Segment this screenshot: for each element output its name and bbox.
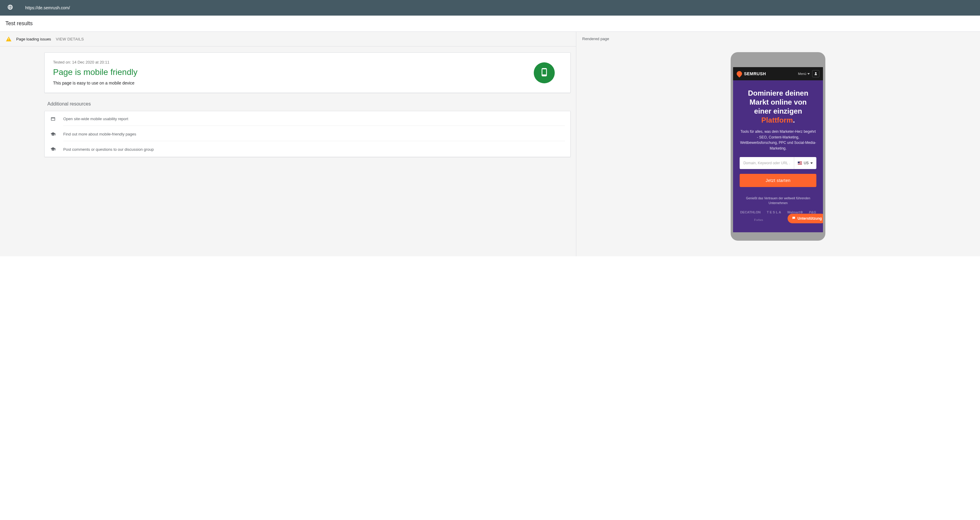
globe-icon: [7, 4, 13, 11]
smartphone-icon: [540, 68, 549, 78]
loading-issues-bar: Page loading issues VIEW DETAILS: [0, 32, 576, 46]
resource-learn-more[interactable]: Find out more about mobile-friendly page…: [45, 126, 570, 142]
resource-discussion-group[interactable]: Post comments or questions to our discus…: [45, 142, 570, 157]
menu-button[interactable]: Menü: [798, 72, 810, 76]
user-button[interactable]: [812, 70, 819, 77]
tested-url: https://de.semrush.com/: [25, 5, 70, 10]
warning-icon: [6, 37, 11, 41]
support-button[interactable]: Unterstützung: [788, 214, 823, 223]
resource-label: Post comments or questions to our discus…: [63, 147, 154, 152]
mobile-friendly-badge: [534, 62, 555, 83]
page-title: Test results: [5, 21, 975, 27]
resources-title: Additional resources: [47, 101, 571, 107]
resource-label: Open site-wide mobile usability report: [63, 116, 128, 121]
domain-input[interactable]: [740, 157, 794, 169]
school-icon: [50, 146, 56, 152]
result-headline: Page is mobile friendly: [53, 67, 138, 77]
brand-tesla: T E S L A: [767, 210, 781, 214]
brand-forbes: Forbes: [754, 218, 763, 221]
chevron-down-icon: [807, 73, 810, 75]
fire-icon: [736, 70, 743, 77]
us-flag-icon: [798, 162, 802, 165]
tested-on-text: Tested on: 14 Dec 2020 at 20:11: [53, 60, 138, 64]
resource-label: Find out more about mobile-friendly page…: [63, 132, 136, 136]
result-card: Tested on: 14 Dec 2020 at 20:11 Page is …: [45, 52, 571, 93]
result-subtext: This page is easy to use on a mobile dev…: [53, 81, 138, 86]
rendered-page-title: Rendered page: [576, 32, 980, 46]
url-bar: https://de.semrush.com/: [0, 0, 980, 16]
trust-text: Genießt das Vertrauen der weltweit führe…: [740, 196, 816, 205]
search-group: US: [740, 157, 816, 169]
resources-card: Open site-wide mobile usability report F…: [45, 111, 571, 157]
preview-header: SEMRUSH Menü: [733, 67, 823, 80]
phone-frame: SEMRUSH Menü: [731, 52, 826, 241]
locale-selector[interactable]: US: [794, 157, 817, 169]
school-icon: [50, 132, 56, 137]
hero-subtitle: Tools für alles, was dein Marketer-Herz …: [740, 129, 816, 151]
chevron-down-icon: [810, 162, 813, 164]
preview-hero: Dominiere deinen Markt online von einer …: [733, 80, 823, 232]
semrush-logo: SEMRUSH: [737, 71, 766, 76]
brand-decathlon: DECATHLON: [740, 210, 760, 214]
results-column: Page loading issues VIEW DETAILS Tested …: [0, 32, 576, 256]
phone-screen: SEMRUSH Menü: [733, 67, 823, 232]
webpage-icon: [50, 116, 56, 122]
hero-title: Dominiere deinen Markt online von einer …: [740, 89, 816, 125]
chat-icon: [792, 216, 796, 221]
view-details-button[interactable]: VIEW DETAILS: [56, 37, 84, 41]
logo-text: SEMRUSH: [744, 72, 766, 76]
title-bar: Test results: [0, 16, 980, 32]
start-button[interactable]: Jetzt starten: [740, 174, 816, 187]
resource-site-wide-report[interactable]: Open site-wide mobile usability report: [45, 111, 570, 126]
loading-issues-label: Page loading issues: [16, 37, 51, 41]
preview-column: Rendered page SEMRUSH Menü: [576, 32, 980, 256]
